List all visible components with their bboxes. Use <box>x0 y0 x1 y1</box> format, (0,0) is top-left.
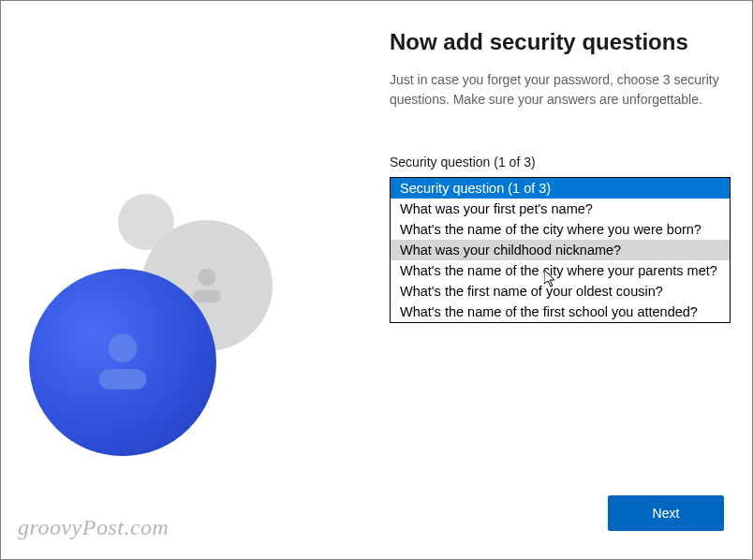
dropdown-option[interactable]: What's the name of the city where you we… <box>391 219 730 240</box>
page-subtitle: Just in case you forget your password, c… <box>390 70 727 110</box>
dropdown-option[interactable]: Security question (1 of 3) <box>391 178 730 199</box>
page-title: Now add security questions <box>390 29 727 55</box>
dropdown-option[interactable]: What's the name of the city where your p… <box>391 260 730 281</box>
dropdown-option[interactable]: What's the first name of your oldest cou… <box>391 281 730 302</box>
svg-rect-3 <box>99 369 146 390</box>
security-question-label: Security question (1 of 3) <box>390 155 727 169</box>
dropdown-option[interactable]: What was your first pet's name? <box>391 199 730 219</box>
security-question-dropdown[interactable]: Security question (1 of 3)What was your … <box>390 177 731 323</box>
next-button[interactable]: Next <box>608 495 724 531</box>
content-area: Now add security questions Just in case … <box>390 29 727 323</box>
svg-rect-1 <box>193 290 221 302</box>
svg-point-0 <box>198 268 215 286</box>
watermark: groovyPost.com <box>18 515 169 540</box>
dropdown-option[interactable]: What's the name of the first school you … <box>391 302 730 322</box>
dropdown-option[interactable]: What was your childhood nickname? <box>391 240 730 260</box>
user-icon <box>81 320 165 405</box>
decorative-circle-large <box>29 269 216 456</box>
svg-point-2 <box>109 333 138 362</box>
oobe-illustration <box>1 1 376 560</box>
